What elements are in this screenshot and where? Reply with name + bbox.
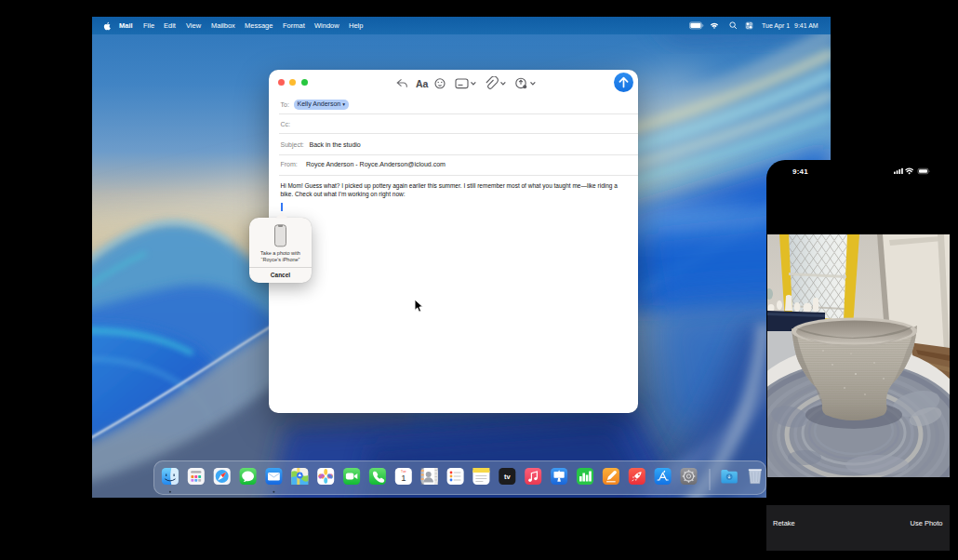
- svg-text:1: 1: [401, 473, 406, 483]
- svg-text:tv: tv: [503, 473, 510, 481]
- svg-text:Aa: Aa: [416, 77, 429, 88]
